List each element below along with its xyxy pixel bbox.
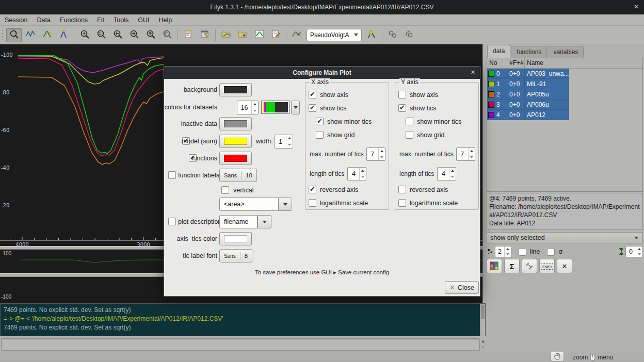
open-recent-button[interactable]: [235, 28, 250, 42]
zoom-right-button[interactable]: [126, 28, 142, 42]
axis-tics-color-button[interactable]: [219, 232, 252, 245]
data-title-button[interactable]: Inam: [539, 259, 555, 273]
menu-fit[interactable]: Fit: [92, 15, 109, 25]
y-show-axis-checkbox[interactable]: [398, 91, 406, 98]
line-checkbox[interactable]: [519, 248, 526, 256]
plot-description-checkbox[interactable]: [168, 218, 176, 225]
column-header-no[interactable]: No: [487, 58, 507, 68]
continue-button[interactable]: [401, 28, 417, 42]
menu-session[interactable]: Session: [0, 15, 32, 25]
console-scrollbar-thumb[interactable]: [481, 305, 485, 319]
inactive-color-button[interactable]: [219, 117, 252, 130]
x-show-axis-checkbox[interactable]: [309, 91, 316, 98]
add-peak-mode-button[interactable]: [39, 28, 55, 42]
description-dropdown[interactable]: filename: [219, 215, 257, 228]
menu-gui[interactable]: GUI: [133, 15, 154, 25]
function-labels-checkbox[interactable]: [168, 171, 176, 179]
column-header-f[interactable]: #F+#: [507, 58, 525, 68]
dialog-close-icon[interactable]: ✕: [471, 69, 475, 76]
zoom-mode-button[interactable]: [6, 28, 22, 42]
open-file-button[interactable]: [218, 28, 234, 42]
run-fit-button[interactable]: [289, 28, 304, 42]
datasets-count-spinner[interactable]: 16: [237, 101, 259, 114]
menu-data[interactable]: Data: [32, 15, 55, 25]
y-show-tics-checkbox[interactable]: [398, 104, 406, 112]
add-peak-button[interactable]: [364, 28, 379, 42]
x-show-minor-checkbox[interactable]: [316, 118, 324, 125]
dataset-colors-button[interactable]: [487, 259, 502, 273]
tab-data[interactable]: data: [487, 45, 510, 58]
menu-help[interactable]: Help: [154, 15, 176, 25]
toolbar-drag-handle[interactable]: [1, 28, 5, 42]
y-reversed-checkbox[interactable]: [398, 186, 406, 193]
script-log-button[interactable]: [181, 28, 196, 42]
point-size-spinner[interactable]: 2: [495, 246, 511, 257]
y-max-tics-spinner[interactable]: 7: [456, 147, 475, 161]
tab-variables[interactable]: variables: [548, 46, 584, 58]
command-history-spinner[interactable]: [480, 338, 486, 351]
labels-font-button[interactable]: Sans 10: [219, 169, 257, 182]
x-reversed-checkbox[interactable]: [309, 186, 316, 193]
table-row[interactable]: 0 0+0 AP003_unwa...: [487, 69, 642, 79]
label-mode-dropdown[interactable]: <area>: [219, 198, 292, 211]
x-show-tics-checkbox[interactable]: [309, 104, 316, 112]
dataset-color-swatch[interactable]: [488, 91, 494, 97]
y-tic-len-spinner[interactable]: 4: [437, 167, 456, 180]
console-scrollbar[interactable]: [480, 304, 485, 336]
peak-type-combobox[interactable]: PseudoVoigtA: [307, 29, 362, 41]
x-tic-len-spinner[interactable]: 4: [347, 167, 366, 180]
table-row[interactable]: 1 0+0 MIL-91: [487, 79, 642, 89]
vertical-checkbox[interactable]: [221, 186, 229, 194]
dataset-colors-dropdown[interactable]: [291, 101, 300, 114]
window-close-icon[interactable]: ✕: [634, 3, 639, 10]
y-show-minor-checkbox[interactable]: [406, 118, 413, 125]
mouse-hint-button[interactable]: [551, 351, 564, 361]
background-color-button[interactable]: [219, 83, 252, 96]
menu-tools[interactable]: Tools: [109, 15, 133, 25]
description-dropdown-arrow[interactable]: [257, 215, 271, 228]
y-shift-spinner[interactable]: 0: [625, 246, 643, 257]
close-button[interactable]: ✕ Close: [445, 281, 479, 294]
copy-function-button[interactable]: [522, 259, 537, 273]
dataset-no: 0: [496, 70, 500, 77]
width-spinner[interactable]: 1: [275, 135, 293, 149]
export-image-button[interactable]: [251, 28, 267, 42]
menu-functions[interactable]: Functions: [55, 15, 92, 25]
table-row[interactable]: 3 0+0 AP006u: [487, 100, 642, 110]
dataset-color-swatch[interactable]: [488, 71, 494, 77]
add-point-mode-button[interactable]: [56, 28, 71, 42]
zoom-all-button[interactable]: [77, 28, 92, 42]
table-row[interactable]: 2 0+0 AP005u: [487, 89, 642, 100]
dataset-fcount: 0+0: [507, 110, 525, 120]
output-console[interactable]: 7469 points. No explicit std. dev. Set a…: [0, 303, 486, 336]
sum-datasets-button[interactable]: Σ: [504, 259, 520, 273]
gui-config-button[interactable]: [197, 28, 213, 42]
zoom-left-button[interactable]: [110, 28, 125, 42]
y-log-checkbox[interactable]: [398, 199, 406, 207]
zoom-box-button[interactable]: [93, 28, 109, 42]
tic-font-button[interactable]: Sans 8: [219, 249, 252, 262]
execute-button[interactable]: [385, 28, 400, 42]
functions-color-button[interactable]: [219, 152, 252, 165]
dataset-color-swatch[interactable]: [488, 81, 494, 87]
x-max-tics-spinner[interactable]: 7: [366, 147, 385, 161]
tab-functions[interactable]: functions: [511, 46, 547, 58]
show-filter-dropdown[interactable]: show only selected: [487, 232, 643, 243]
dataset-color-swatch[interactable]: [488, 112, 494, 118]
zoom-undo-button[interactable]: [159, 28, 175, 42]
y-show-grid-checkbox[interactable]: [406, 131, 413, 139]
data-range-mode-button[interactable]: [23, 28, 38, 42]
dataset-colors-strip[interactable]: [261, 101, 289, 114]
model-color-button[interactable]: [219, 135, 252, 148]
edit-script-button[interactable]: [268, 28, 283, 42]
x-log-checkbox[interactable]: [309, 199, 316, 207]
delete-dataset-button[interactable]: ✕: [557, 259, 572, 273]
dataset-color-swatch[interactable]: [488, 102, 494, 108]
column-header-name[interactable]: Name: [525, 58, 569, 68]
command-input[interactable]: [1, 338, 480, 351]
sigma-checkbox[interactable]: [547, 248, 555, 256]
x-show-grid-checkbox[interactable]: [316, 131, 324, 139]
table-row[interactable]: 4 0+0 AP012: [487, 110, 642, 120]
dialog-titlebar[interactable]: Configure Main Plot ✕: [164, 67, 480, 79]
zoom-vert-button[interactable]: [143, 28, 158, 42]
